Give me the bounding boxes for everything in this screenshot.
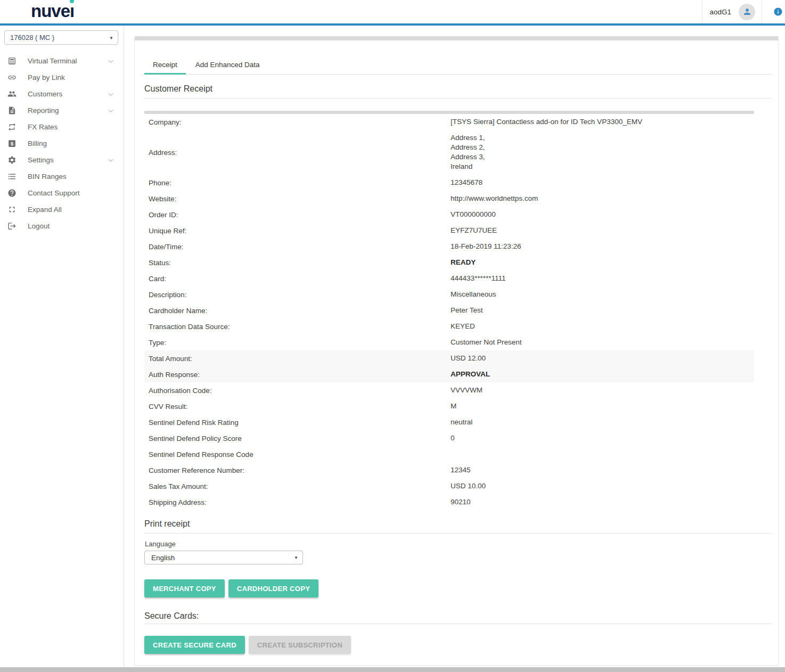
horizontal-scrollbar[interactable]	[0, 667, 785, 672]
sidebar-item-logout[interactable]: Logout	[0, 218, 124, 234]
chevron-down-icon	[107, 106, 115, 115]
receipt-field-value: EYFZ7U7UEE	[451, 226, 754, 235]
receipt-field-value: 18-Feb-2019 11:23:26	[451, 242, 754, 251]
expand-icon	[7, 205, 17, 214]
receipt-row: Website:http://www.worldnettps.com	[144, 191, 754, 207]
receipt-field-label: Sentinel Defend Policy Score	[144, 435, 451, 442]
tab-receipt[interactable]: Receipt	[144, 55, 186, 74]
receipt-field-label: Status:	[144, 259, 451, 267]
receipt-field-label: CVV Result:	[144, 403, 451, 411]
create-secure-card-button[interactable]: CREATE SECURE CARD	[144, 636, 245, 654]
receipt-row: Phone:12345678	[144, 175, 754, 191]
receipt-row: Order ID:VT000000000	[144, 207, 754, 223]
receipt-field-value: KEYED	[451, 322, 754, 331]
receipt-field-value: M	[451, 401, 754, 411]
create-subscription-button[interactable]: CREATE SUBSCRIPTION	[249, 636, 351, 654]
receipt-field-label: Total Amount:	[144, 355, 451, 363]
sidebar-item-contact-support[interactable]: Contact Support	[0, 185, 124, 201]
receipt-field-label: Phone:	[144, 179, 451, 187]
sidebar-item-bin-ranges[interactable]: BIN Ranges	[0, 168, 124, 185]
receipt-field-value: neutral	[451, 417, 754, 427]
sidebar-item-label: Reporting	[28, 106, 107, 114]
avatar[interactable]	[739, 4, 755, 20]
receipt-field-value: Peter Test	[451, 306, 754, 315]
sidebar-item-label: FX Rates	[28, 123, 115, 131]
receipt-field-value: READY	[451, 258, 754, 267]
receipt-row: Sales Tax Amount:USD 10.00	[144, 478, 754, 494]
receipt-field-label: Auth Response:	[144, 371, 451, 379]
terminal-select[interactable]: 176028 ( MC )	[4, 30, 118, 45]
sidebar-item-label: Customers	[28, 90, 107, 98]
exchange-icon	[7, 122, 17, 132]
customer-receipt-title: Customer Receipt	[144, 84, 772, 94]
receipt-field-label: Order ID:	[144, 211, 451, 219]
sidebar-item-label: Logout	[28, 222, 115, 230]
address-line: Ireland	[451, 162, 754, 171]
receipt-field-label: Shipping Address:	[144, 498, 451, 506]
receipt-row: Company:[TSYS Sierra] Contactless add-on…	[144, 114, 754, 130]
receipt-field-label: Sentinel Defend Response Code	[144, 450, 451, 458]
secure-cards-title: Secure Cards:	[144, 611, 772, 621]
sidebar-item-label: BIN Ranges	[28, 173, 115, 181]
receipt-field-value: USD 12.00	[451, 354, 754, 363]
language-label: Language	[144, 540, 772, 548]
address-line: Address 2,	[451, 143, 754, 152]
receipt-row: Sentinel Defend Policy Score0	[144, 430, 754, 446]
divider	[144, 533, 772, 534]
sidebar-item-customers[interactable]: Customers	[0, 86, 124, 102]
receipt-table: Company:[TSYS Sierra] Contactless add-on…	[144, 111, 754, 510]
sidebar-item-label: Virtual Terminal	[28, 57, 107, 65]
help-icon	[7, 189, 17, 198]
receipt-field-label: Authorisation Code:	[144, 387, 451, 395]
sidebar-item-fx-rates[interactable]: FX Rates	[0, 119, 124, 135]
receipt-field-label: Card:	[144, 275, 451, 283]
info-button[interactable]	[773, 7, 783, 17]
receipt-field-value: 12345678	[451, 178, 754, 187]
header-divider	[702, 0, 702, 23]
address-line: Address 1,	[451, 133, 754, 143]
receipt-field-label: Type:	[144, 339, 451, 347]
header-divider	[762, 0, 762, 23]
language-select[interactable]: English	[144, 551, 303, 564]
sidebar-item-settings[interactable]: Settings	[0, 152, 124, 168]
sidebar-item-pay-by-link[interactable]: Pay by Link	[0, 69, 124, 86]
receipt-row: Description:Miscellaneous	[144, 286, 754, 302]
chevron-down-icon	[107, 156, 115, 165]
list-icon	[7, 172, 17, 181]
sidebar-item-label: Contact Support	[28, 189, 115, 197]
report-icon	[7, 106, 17, 115]
gears-icon	[7, 155, 17, 165]
info-icon	[773, 7, 783, 17]
receipt-field-value: Customer Not Present	[451, 338, 754, 347]
user-menu[interactable]: aodG1	[709, 0, 755, 23]
cardholder-copy-button[interactable]: CARDHOLDER COPY	[228, 579, 318, 597]
tab-bar: Receipt Add Enhanced Data	[144, 55, 772, 75]
address-line: Address 3,	[451, 152, 754, 162]
nuvei-logo: nuveı	[31, 1, 74, 21]
divider	[144, 98, 772, 99]
people-icon	[7, 89, 17, 99]
sidebar-item-label: Expand All	[28, 206, 115, 214]
receipt-field-value: 444433******1111	[451, 274, 754, 283]
receipt-field-value: http://www.worldnettps.com	[451, 194, 754, 203]
sidebar-item-label: Settings	[28, 156, 107, 164]
sidebar-item-virtual-terminal[interactable]: Virtual Terminal	[0, 53, 124, 69]
sidebar-item-expand-all[interactable]: Expand All	[0, 201, 124, 218]
merchant-copy-button[interactable]: MERCHANT COPY	[144, 579, 225, 597]
sidebar-item-billing[interactable]: Billing	[0, 135, 124, 152]
receipt-field-value: 90210	[451, 497, 754, 507]
receipt-field-label: Sentinel Defend Risk Rating	[144, 419, 451, 427]
main-content: Receipt Add Enhanced Data Customer Recei…	[125, 26, 785, 667]
receipt-row: Customer Reference Number:12345	[144, 462, 754, 478]
tab-add-enhanced-data[interactable]: Add Enhanced Data	[187, 55, 268, 74]
receipt-field-label: Unique Ref:	[144, 227, 451, 235]
receipt-row: Authorisation Code:VVVVWM	[144, 382, 754, 398]
receipt-field-value: Miscellaneous	[451, 290, 754, 299]
receipt-field-label: Sales Tax Amount:	[144, 482, 451, 490]
receipt-row: Unique Ref:EYFZ7U7UEE	[144, 223, 754, 239]
receipt-field-value: 0	[451, 433, 754, 443]
card-top-bar	[135, 36, 778, 40]
receipt-field-label: Description:	[144, 291, 451, 299]
sidebar-item-reporting[interactable]: Reporting	[0, 102, 124, 119]
receipt-field-label: Customer Reference Number:	[144, 466, 451, 474]
